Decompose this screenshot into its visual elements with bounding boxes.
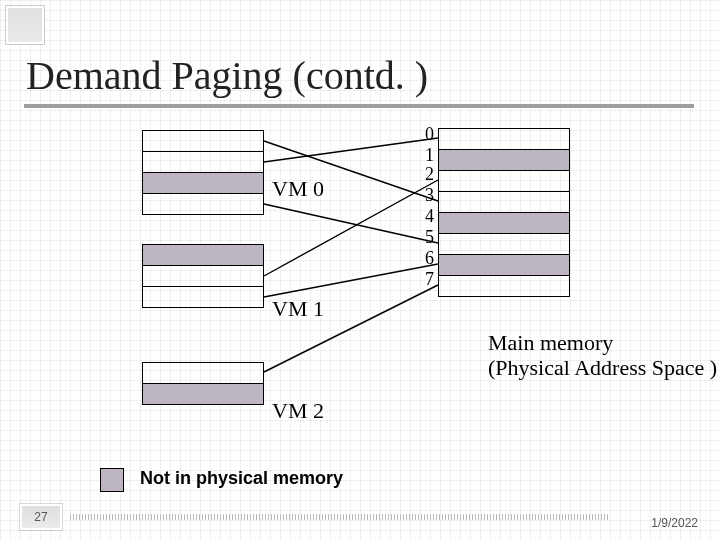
vm2-table (142, 362, 264, 405)
pm-caption-line2: (Physical Address Space ) (488, 355, 717, 380)
pm-caption: Main memory (Physical Address Space ) (488, 330, 717, 381)
pm-index-2: 2 (420, 164, 434, 185)
legend-swatch (100, 468, 124, 492)
pm-index-5: 5 (420, 227, 434, 248)
footer-date: 1/9/2022 (651, 516, 698, 530)
pm-caption-line1: Main memory (488, 330, 613, 355)
vm1-table (142, 244, 264, 308)
pm-index-3: 3 (420, 185, 434, 206)
vm0-table (142, 130, 264, 215)
vm0-label: VM 0 (272, 176, 324, 202)
pm-index-1: 1 (420, 145, 434, 166)
vm2-label: VM 2 (272, 398, 324, 424)
legend-label: Not in physical memory (140, 468, 343, 489)
pm-index-0: 0 (420, 124, 434, 145)
title-rule (24, 104, 694, 108)
pm-index-6: 6 (420, 248, 434, 269)
slide-title: Demand Paging (contd. ) (26, 52, 428, 99)
physical-memory-table (438, 128, 570, 297)
pm-index-7: 7 (420, 269, 434, 290)
vm1-label: VM 1 (272, 296, 324, 322)
corner-decor (6, 6, 44, 44)
pm-index-4: 4 (420, 206, 434, 227)
slide-number: 27 (20, 504, 62, 530)
footer-rule (70, 517, 610, 520)
